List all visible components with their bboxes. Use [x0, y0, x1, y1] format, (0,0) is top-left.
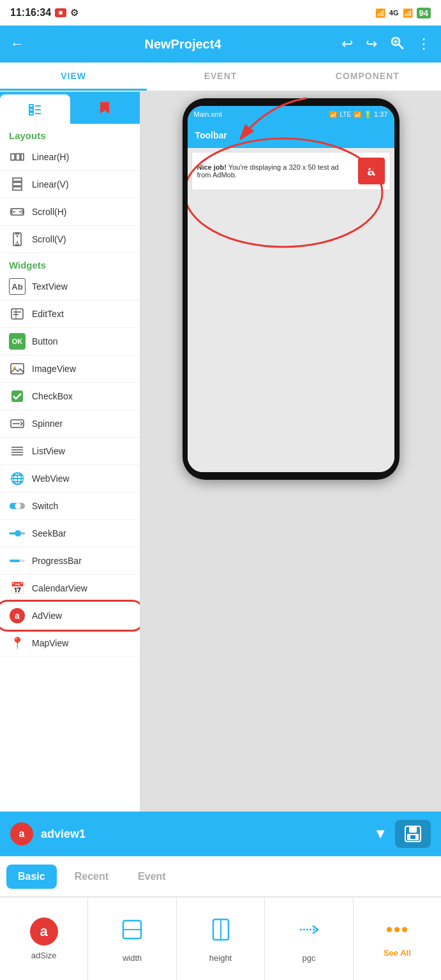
widget-mapview[interactable]: 📍 MapView: [0, 630, 140, 657]
linear-h-icon: [9, 149, 26, 165]
svg-point-36: [15, 503, 20, 509]
widget-progressbar[interactable]: ProgressBar: [0, 547, 140, 575]
prop-see-all[interactable]: See All: [354, 898, 441, 980]
svg-point-58: [402, 927, 407, 932]
widget-button[interactable]: OK Button: [0, 328, 140, 355]
widget-scroll-h[interactable]: Scroll(H): [0, 198, 140, 226]
admob-logo-text: a: [367, 163, 375, 179]
widget-linear-h[interactable]: Linear(H): [0, 144, 140, 171]
adsize-icon: a: [30, 917, 58, 946]
tab-view[interactable]: VIEW: [0, 63, 147, 91]
width-label: width: [123, 953, 142, 963]
pgc-label: pgc: [302, 953, 315, 963]
imageview-icon: [9, 360, 26, 377]
svg-rect-27: [11, 390, 23, 402]
gear-icon: ⚙: [70, 7, 78, 19]
props-tab-recent[interactable]: Recent: [63, 865, 120, 889]
status-left: 11:16:34 ⚙: [10, 7, 78, 19]
svg-rect-13: [13, 182, 22, 186]
scroll-h-label: Scroll(H): [32, 207, 66, 217]
phone-toolbar: Toolbar: [188, 122, 394, 148]
more-button[interactable]: ⋮: [414, 33, 433, 55]
props-tab-event[interactable]: Event: [126, 865, 177, 889]
checkbox-label: CheckBox: [32, 391, 73, 401]
selected-dropdown-button[interactable]: ▼: [373, 826, 387, 842]
svg-rect-11: [21, 154, 24, 160]
svg-rect-21: [11, 309, 23, 319]
phone-frame: Main.xml 📶 LTE 📶 🔋 1:37 Toolbar: [183, 98, 400, 480]
button-label: Button: [32, 336, 57, 346]
listview-label: ListView: [32, 446, 65, 456]
spinner-label: Spinner: [32, 419, 63, 429]
phone-signal: 📶: [329, 111, 337, 118]
prop-height[interactable]: height: [177, 898, 265, 980]
textview-icon: Ab: [9, 278, 26, 295]
panel-tab-bookmark[interactable]: [70, 92, 140, 124]
adview-label: AdView: [32, 611, 62, 621]
edittext-icon: [9, 306, 26, 322]
search-button[interactable]: [387, 33, 407, 56]
status-time: 11:16:34: [10, 7, 51, 19]
widget-adview[interactable]: a AdView: [0, 602, 140, 630]
svg-rect-3: [29, 105, 33, 107]
seekbar-label: SeekBar: [32, 528, 66, 538]
widget-spinner[interactable]: Spinner: [0, 410, 140, 438]
widget-imageview[interactable]: ImageView: [0, 355, 140, 383]
rec-icon: [55, 8, 66, 17]
widget-textview[interactable]: Ab TextView: [0, 273, 140, 301]
svg-rect-5: [29, 112, 33, 115]
webview-label: WebView: [32, 473, 70, 484]
widget-edittext[interactable]: EditText: [0, 301, 140, 328]
svg-rect-9: [11, 154, 15, 160]
phone-status-bar: Main.xml 📶 LTE 📶 🔋 1:37: [188, 106, 394, 122]
linear-v-label: Linear(V): [32, 179, 69, 189]
height-icon: [207, 916, 235, 948]
spinner-icon: [9, 415, 26, 432]
props-tab-basic[interactable]: Basic: [6, 865, 57, 889]
mapview-label: MapView: [32, 638, 68, 648]
widget-scroll-v[interactable]: Scroll(V): [0, 226, 140, 253]
widget-checkbox[interactable]: CheckBox: [0, 383, 140, 410]
svg-rect-10: [16, 154, 20, 160]
progressbar-icon: [9, 553, 26, 569]
tabs-bar: VIEW EVENT COMPONENT: [0, 63, 441, 92]
phone-lte: LTE: [340, 111, 351, 118]
widget-calendarview[interactable]: 📅 CalendarView: [0, 575, 140, 602]
prop-adsize[interactable]: a adSize: [0, 898, 88, 980]
svg-point-39: [15, 530, 21, 537]
tab-component[interactable]: COMPONENT: [294, 63, 441, 91]
switch-label: Switch: [32, 501, 58, 511]
redo-button[interactable]: ↪: [363, 33, 380, 55]
calendarview-label: CalendarView: [32, 583, 87, 593]
svg-point-56: [387, 927, 392, 932]
tab-event[interactable]: EVENT: [147, 63, 294, 91]
widgets-section-label: Widgets: [0, 253, 140, 273]
selected-save-button[interactable]: [395, 820, 431, 848]
linear-h-label: Linear(H): [32, 152, 69, 162]
props-tabs: Basic Recent Event: [0, 856, 441, 897]
panel-tab-list[interactable]: [0, 94, 70, 124]
prop-width[interactable]: width: [88, 898, 176, 980]
widget-switch[interactable]: Switch: [0, 493, 140, 520]
button-icon: OK: [9, 333, 26, 350]
linear-v-icon: [9, 176, 26, 193]
see-all-icon: [383, 921, 411, 943]
prop-pgc[interactable]: pgc: [265, 898, 353, 980]
phone-empty-content: [191, 194, 391, 468]
svg-rect-46: [410, 835, 415, 839]
back-button[interactable]: ←: [8, 33, 27, 55]
widget-webview[interactable]: 🌐 WebView: [0, 465, 140, 493]
progressbar-label: ProgressBar: [32, 556, 82, 566]
widget-seekbar[interactable]: SeekBar: [0, 520, 140, 547]
widget-listview[interactable]: ListView: [0, 438, 140, 465]
calendarview-icon: 📅: [9, 580, 26, 597]
mapview-icon: 📍: [9, 635, 26, 651]
svg-rect-41: [10, 560, 20, 562]
scroll-h-icon: [9, 204, 26, 220]
undo-button[interactable]: ↩: [339, 33, 355, 55]
phone-content: Nice job! You're displaying a 320 x 50 t…: [188, 148, 394, 472]
widget-linear-v[interactable]: Linear(V): [0, 171, 140, 198]
scroll-v-icon: [9, 231, 26, 248]
props-icons-row: a adSize width height: [0, 897, 441, 980]
phone-toolbar-label: Toolbar: [195, 130, 227, 140]
